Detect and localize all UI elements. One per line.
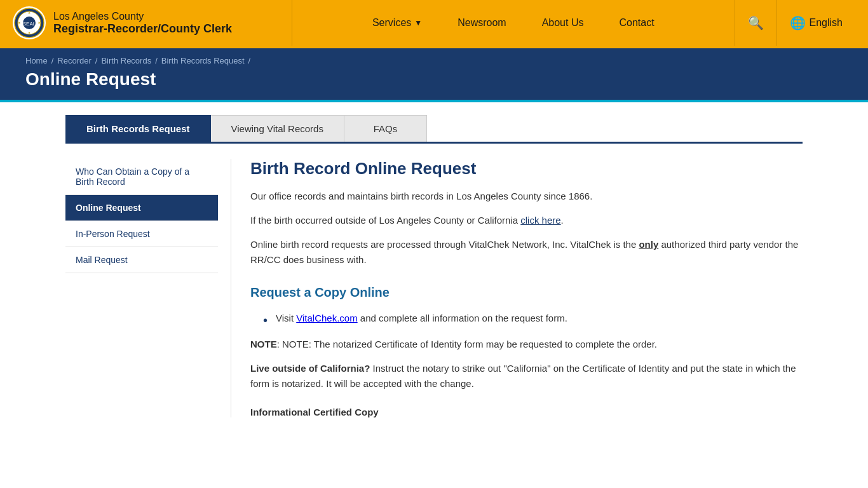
tab-faqs[interactable]: FAQs xyxy=(344,115,427,142)
breadcrumb-bar: Home / Recorder / Birth Records / Birth … xyxy=(0,48,868,100)
note-1: NOTE: NOTE: The notarized Certificate of… xyxy=(250,337,803,352)
breadcrumb-birth-records-request[interactable]: Birth Records Request xyxy=(161,56,245,65)
breadcrumb-recorder[interactable]: Recorder xyxy=(57,56,91,65)
click-here-link[interactable]: click here xyxy=(520,215,560,226)
section-title-copy-online: Request a Copy Online xyxy=(250,285,803,300)
note-2: Live outside of California? Instruct the… xyxy=(250,361,803,391)
globe-icon: 🌐 xyxy=(790,15,806,30)
nav-item-newsroom[interactable]: Newsroom xyxy=(440,0,524,46)
para-2: If the birth occurred outside of Los Ang… xyxy=(250,213,803,228)
nav-item-contact[interactable]: Contact xyxy=(601,0,672,46)
nav-item-services[interactable]: Services ▼ xyxy=(355,0,440,46)
content-title: Birth Record Online Request xyxy=(250,159,803,179)
info-section-title: Informational Certified Copy xyxy=(250,407,803,417)
page-title: Online Request xyxy=(25,69,843,90)
brand-block: SEAL Los Angeles County Registrar-Record… xyxy=(13,0,292,46)
breadcrumb-birth-records[interactable]: Birth Records xyxy=(101,56,151,65)
sidebar-item-online-request[interactable]: Online Request xyxy=(65,195,218,221)
tab-bar: Birth Records Request Viewing Vital Reco… xyxy=(65,115,803,144)
sidebar-item-in-person-request[interactable]: In-Person Request xyxy=(65,221,218,247)
breadcrumb-sep-4: / xyxy=(248,56,251,65)
breadcrumb-sep-1: / xyxy=(51,56,54,65)
breadcrumb-home[interactable]: Home xyxy=(25,56,48,65)
vitalchek-link[interactable]: VitalChek.com xyxy=(296,313,357,323)
search-button[interactable]: 🔍 xyxy=(735,0,776,46)
org-name-line1: Los Angeles County xyxy=(53,11,232,22)
breadcrumb-sep-3: / xyxy=(155,56,158,65)
org-logo: SEAL xyxy=(13,6,46,39)
para-3: Online birth record requests are process… xyxy=(250,237,803,268)
bullet-item-1: Visit VitalChek.com and complete all inf… xyxy=(263,310,803,327)
para-1: Our office records and maintains birth r… xyxy=(250,189,803,204)
org-name-block: Los Angeles County Registrar-Recorder/Co… xyxy=(53,11,232,36)
org-name-line2: Registrar-Recorder/County Clerk xyxy=(53,22,232,36)
svg-text:SEAL: SEAL xyxy=(23,21,36,27)
search-icon: 🔍 xyxy=(748,15,764,30)
breadcrumb: Home / Recorder / Birth Records / Birth … xyxy=(25,56,843,65)
main-nav: Services ▼ Newsroom About Us Contact xyxy=(292,0,735,46)
bullet-list: Visit VitalChek.com and complete all inf… xyxy=(263,310,803,327)
tab-birth-records-request[interactable]: Birth Records Request xyxy=(65,115,211,142)
sidebar: Who Can Obtain a Copy of a Birth Record … xyxy=(65,159,231,417)
content-layout: Who Can Obtain a Copy of a Birth Record … xyxy=(65,159,803,417)
chevron-down-icon: ▼ xyxy=(414,18,422,27)
nav-item-about-us[interactable]: About Us xyxy=(524,0,602,46)
breadcrumb-sep-2: / xyxy=(95,56,98,65)
site-header: SEAL Los Angeles County Registrar-Record… xyxy=(0,0,868,46)
header-actions: 🔍 🌐 English xyxy=(735,0,855,46)
language-label: English xyxy=(810,17,843,29)
sidebar-item-who-can-obtain[interactable]: Who Can Obtain a Copy of a Birth Record xyxy=(65,159,218,195)
page-content: Birth Record Online Request Our office r… xyxy=(231,159,803,417)
tab-viewing-vital-records[interactable]: Viewing Vital Records xyxy=(211,115,344,142)
sidebar-item-mail-request[interactable]: Mail Request xyxy=(65,247,218,273)
language-button[interactable]: 🌐 English xyxy=(776,0,855,46)
main-container: Birth Records Request Viewing Vital Reco… xyxy=(40,102,828,430)
